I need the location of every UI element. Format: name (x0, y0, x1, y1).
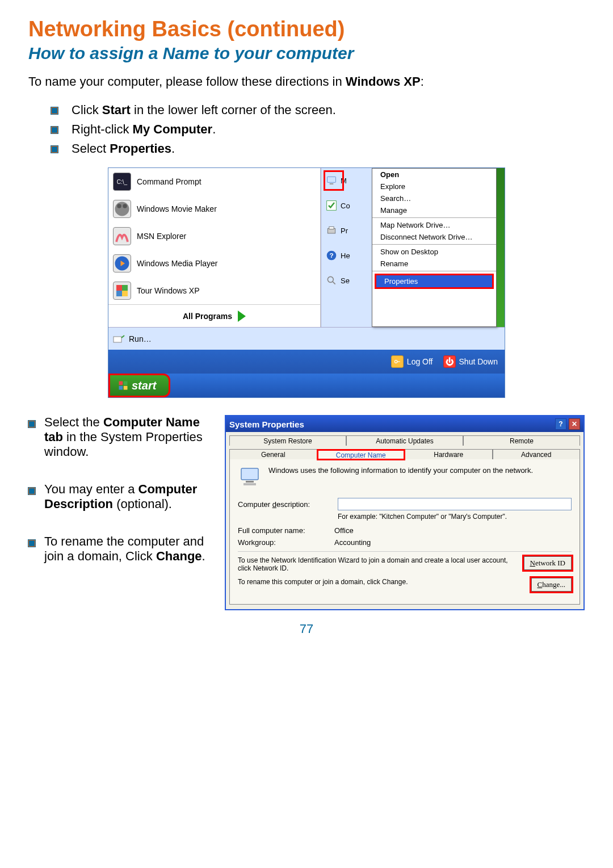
program-movie-maker[interactable]: Windows Movie Maker (108, 195, 320, 223)
movie-maker-icon (113, 200, 131, 218)
tabs-row-2: General Computer Name Hardware Advanced (226, 446, 583, 459)
program-tour-xp[interactable]: Tour Windows XP (108, 277, 320, 304)
svg-point-2 (123, 204, 127, 208)
svg-rect-27 (243, 483, 256, 485)
intro-paragraph: To name your computer, please follow the… (28, 74, 585, 89)
bullet-icon (51, 127, 58, 133)
shut-down-button[interactable]: ⏻ Shut Down (443, 355, 498, 368)
intro-pre: To name your computer, please follow the… (28, 74, 346, 89)
desktop-sliver (497, 168, 505, 327)
context-open[interactable]: Open (372, 169, 496, 181)
context-separator (372, 271, 496, 271)
program-msn-explorer[interactable]: MSN Explorer (108, 223, 320, 250)
svg-rect-18 (114, 337, 121, 342)
msn-icon (113, 227, 131, 245)
lower-bullet-list: Select the Computer Name tab in the Syst… (28, 415, 216, 610)
bullet-click-change: To rename the computer and join a domain… (28, 534, 216, 564)
check-icon (325, 199, 338, 212)
svg-rect-24 (124, 386, 128, 390)
tab-system-restore[interactable]: System Restore (229, 435, 346, 446)
start-menu-left-panel: C:\_Command Prompt Windows Movie Maker M… (108, 168, 321, 327)
computer-description-label: Computer description: (238, 500, 334, 509)
windows-flag-icon (118, 380, 128, 391)
tab-computer-name[interactable]: Computer Name (317, 450, 405, 460)
svg-rect-21 (119, 381, 123, 385)
printers-item[interactable]: Pr (321, 218, 372, 243)
context-search[interactable]: Search… (372, 192, 496, 204)
svg-rect-7 (116, 291, 122, 296)
dialog-titlebar: System Properties ? ✕ (226, 416, 583, 432)
tab-advanced[interactable]: Advanced (493, 449, 581, 459)
svg-rect-23 (119, 386, 123, 390)
network-id-text: To use the Network Identification Wizard… (238, 556, 518, 572)
figure-start-menu: C:\_Command Prompt Windows Movie Maker M… (108, 167, 505, 398)
control-panel-item[interactable]: Co (321, 193, 372, 218)
power-icon: ⏻ (443, 355, 456, 368)
intro-bold: Windows XP (346, 74, 421, 89)
help-button[interactable]: ? (555, 418, 566, 430)
bullet-select-properties: Select Properties. (51, 141, 585, 156)
bullet-rightclick-mycomputer: Right-click My Computer. (51, 122, 585, 137)
context-properties[interactable]: Properties (375, 274, 494, 289)
search-icon (325, 274, 338, 287)
svg-line-17 (333, 282, 335, 284)
bullet-select-compname-tab: Select the Computer Name tab in the Syst… (28, 415, 216, 459)
context-explore[interactable]: Explore (372, 181, 496, 192)
taskbar: start (108, 374, 505, 397)
network-id-button[interactable]: Network ID (524, 556, 572, 570)
computer-description-input[interactable] (338, 498, 572, 510)
context-separator (372, 217, 496, 218)
description-hint: For example: "Kitchen Computer" or "Mary… (338, 513, 572, 521)
tab-automatic-updates[interactable]: Automatic Updates (346, 435, 463, 446)
svg-text:?: ? (329, 251, 333, 259)
run-item[interactable]: Run… (108, 327, 505, 350)
panel-description: Windows uses the following information t… (268, 466, 533, 475)
close-button[interactable]: ✕ (569, 418, 580, 430)
start-menu-right-panel: M Co Pr ?He Se (321, 168, 372, 327)
bullet-icon (28, 488, 35, 494)
my-computer-item[interactable]: M (321, 168, 372, 193)
svg-point-1 (117, 204, 121, 208)
separator (238, 551, 572, 552)
media-player-icon (113, 254, 131, 272)
bullet-icon (28, 421, 35, 427)
svg-rect-13 (329, 227, 334, 229)
workgroup-label: Workgroup: (238, 538, 334, 547)
svg-rect-25 (241, 468, 258, 480)
context-show-desktop[interactable]: Show on Desktop (372, 246, 496, 258)
tab-remote[interactable]: Remote (463, 435, 580, 446)
svg-rect-8 (122, 291, 128, 296)
program-command-prompt[interactable]: C:\_Command Prompt (108, 168, 320, 195)
context-disconnect-drive[interactable]: Disconnect Network Drive… (372, 231, 496, 243)
bullet-click-start: Click Start in the lower left corner of … (51, 103, 585, 118)
program-media-player[interactable]: Windows Media Player (108, 250, 320, 277)
full-computer-name-value: Office (334, 526, 354, 535)
help-item[interactable]: ?He (321, 243, 372, 268)
context-map-drive[interactable]: Map Network Drive… (372, 219, 496, 231)
svg-rect-5 (116, 285, 122, 291)
help-icon: ? (325, 249, 338, 262)
context-rename[interactable]: Rename (372, 258, 496, 270)
svg-rect-6 (122, 285, 128, 291)
command-prompt-icon: C:\_ (113, 173, 131, 191)
bullet-icon (51, 146, 58, 153)
all-programs[interactable]: All Programs (108, 304, 320, 327)
svg-point-19 (394, 360, 397, 363)
tab-general[interactable]: General (229, 449, 317, 459)
tab-hardware[interactable]: Hardware (405, 449, 493, 459)
start-button[interactable]: start (108, 374, 170, 397)
svg-point-0 (115, 202, 129, 216)
svg-rect-26 (246, 481, 254, 483)
computer-network-icon (238, 466, 262, 490)
log-off-button[interactable]: Log Off (391, 355, 433, 368)
search-item[interactable]: Se (321, 268, 372, 293)
page-subtitle: How to assign a Name to your computer (28, 44, 585, 63)
top-bullet-list: Click Start in the lower left corner of … (28, 103, 585, 156)
intro-post: : (421, 74, 424, 89)
context-manage[interactable]: Manage (372, 204, 496, 216)
change-button[interactable]: Change... (531, 578, 572, 592)
dialog-title: System Properties (229, 420, 304, 429)
full-computer-name-label: Full computer name: (238, 526, 334, 535)
page-number: 77 (28, 622, 585, 636)
context-separator (372, 244, 496, 245)
